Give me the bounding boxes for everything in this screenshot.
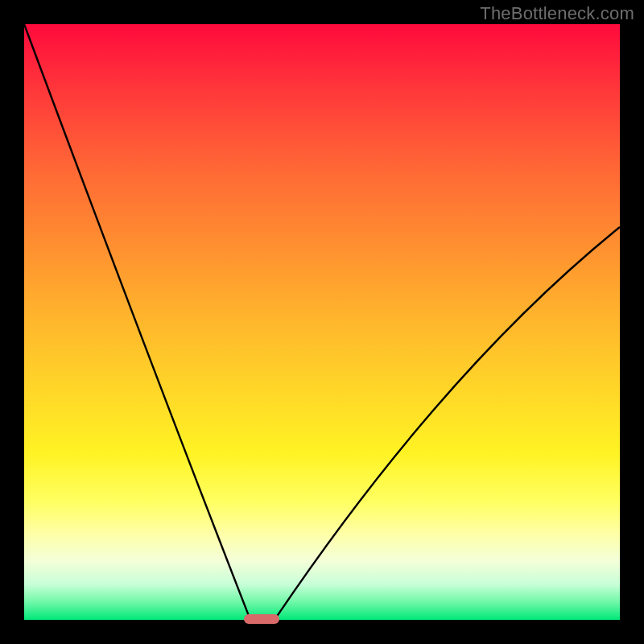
bottleneck-curve xyxy=(24,24,620,620)
curve-left-branch xyxy=(24,24,250,620)
curve-right-branch xyxy=(275,227,620,620)
plot-area xyxy=(24,24,620,620)
watermark-text: TheBottleneck.com xyxy=(480,3,634,24)
optimal-range-marker xyxy=(244,614,279,624)
chart-frame: TheBottleneck.com xyxy=(0,0,644,644)
